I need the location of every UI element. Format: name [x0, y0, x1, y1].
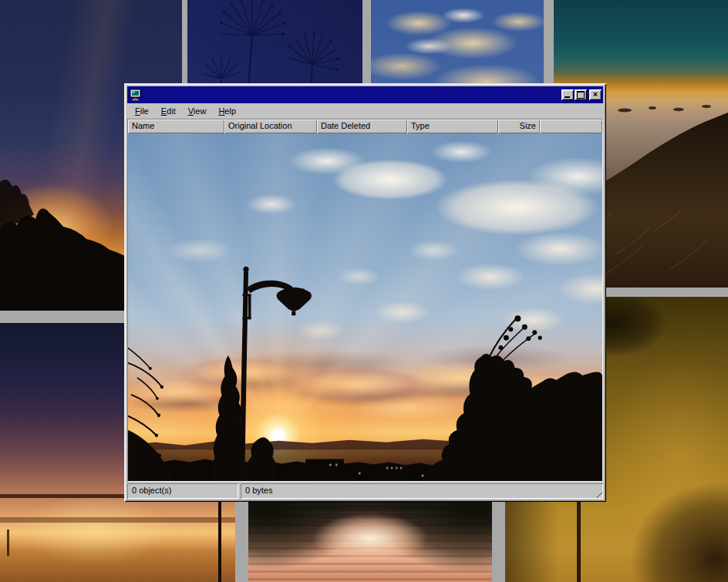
wooden-pole-silhouette — [7, 530, 9, 556]
sandbar-silhouette — [0, 517, 235, 523]
my-computer-icon — [130, 89, 143, 101]
column-header-filler[interactable] — [540, 119, 602, 133]
menu-help[interactable]: Help — [212, 105, 242, 118]
title-bar[interactable]: × — [127, 86, 603, 103]
list-body-sunset-photo[interactable] — [128, 133, 602, 481]
status-bar: 0 object(s) 0 bytes — [127, 483, 603, 499]
column-header-type[interactable]: Type — [407, 119, 498, 133]
menu-bar: File Edit View Help — [127, 103, 603, 119]
desktop: × File Edit View Help Name Original Loca… — [0, 0, 728, 582]
column-header-original-location[interactable]: Original Location — [224, 119, 317, 133]
status-size: 0 bytes — [241, 483, 603, 499]
silhouettes-graphic — [128, 133, 602, 481]
close-icon: × — [593, 89, 598, 99]
column-header-size[interactable]: Size — [498, 119, 540, 133]
column-header-date-deleted[interactable]: Date Deleted — [317, 119, 407, 133]
menu-view[interactable]: View — [182, 105, 213, 118]
menu-file[interactable]: File — [129, 105, 155, 118]
list-view: Name Original Location Date Deleted Type… — [127, 119, 603, 482]
maximize-icon — [577, 91, 585, 99]
minimize-icon — [565, 96, 570, 98]
column-header-name[interactable]: Name — [128, 119, 224, 133]
recycle-bin-window: × File Edit View Help Name Original Loca… — [124, 83, 606, 502]
menu-edit[interactable]: Edit — [155, 105, 182, 118]
status-object-count: 0 object(s) — [127, 483, 238, 499]
minimize-button[interactable] — [561, 89, 574, 100]
column-header-row: Name Original Location Date Deleted Type… — [128, 119, 602, 133]
close-button[interactable]: × — [589, 89, 602, 100]
maximize-button[interactable] — [575, 89, 587, 100]
